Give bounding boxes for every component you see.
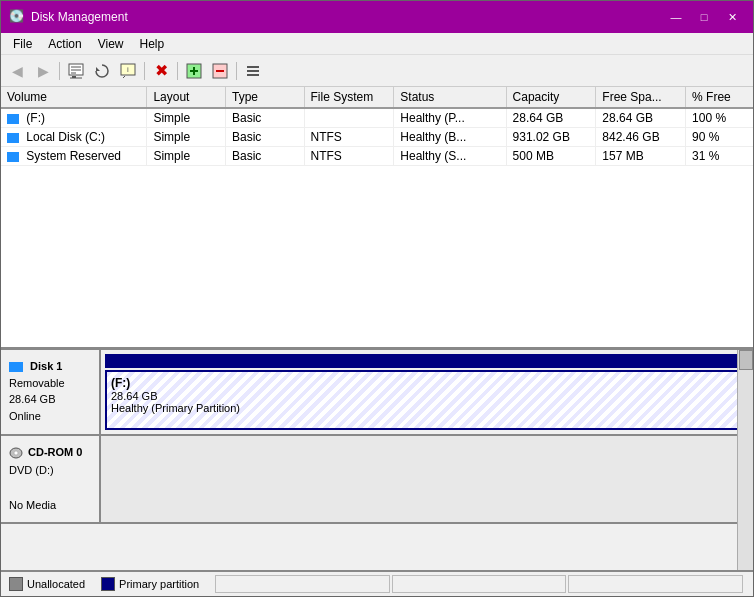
- cdrom-name: CD-ROM 0: [9, 444, 91, 462]
- minimize-button[interactable]: —: [663, 7, 689, 27]
- partition-body[interactable]: (F:) 28.64 GB Healthy (Primary Partition…: [105, 370, 749, 430]
- back-button[interactable]: ◀: [5, 59, 29, 83]
- table-row[interactable]: System Reserved Simple Basic NTFS Health…: [1, 147, 753, 166]
- help-button[interactable]: i: [116, 59, 140, 83]
- svg-marker-6: [96, 67, 100, 71]
- disk-label-icon: [9, 362, 23, 372]
- svg-rect-16: [247, 70, 259, 72]
- cdrom-icon: [9, 447, 23, 459]
- cell-status: Healthy (P...: [394, 108, 506, 128]
- col-volume[interactable]: Volume: [1, 87, 147, 108]
- options-icon: [245, 63, 261, 79]
- cell-type: Basic: [225, 147, 304, 166]
- refresh-button[interactable]: [90, 59, 114, 83]
- main-content: Volume Layout Type File System Status Ca…: [1, 87, 753, 596]
- col-freespace[interactable]: Free Spa...: [596, 87, 686, 108]
- disk-visual-area[interactable]: Disk 1 Removable 28.64 GB Online (F:) 28…: [1, 350, 753, 570]
- partition-header-bar: [105, 354, 749, 368]
- toolbar-sep-1: [59, 62, 60, 80]
- legend-unallocated: Unallocated: [9, 577, 85, 591]
- col-filesystem[interactable]: File System: [304, 87, 394, 108]
- cell-pctfree: 90 %: [686, 128, 753, 147]
- window-controls: — □ ✕: [663, 7, 745, 27]
- window-title: Disk Management: [31, 10, 663, 24]
- options-button[interactable]: [241, 59, 265, 83]
- delete-button[interactable]: ✖: [149, 59, 173, 83]
- cell-pctfree: 100 %: [686, 108, 753, 128]
- add-button[interactable]: [182, 59, 206, 83]
- col-pctfree[interactable]: % Free: [686, 87, 753, 108]
- cell-capacity: 28.64 GB: [506, 108, 596, 128]
- menu-action[interactable]: Action: [40, 35, 89, 52]
- svg-rect-17: [247, 74, 259, 76]
- cell-type: Basic: [225, 108, 304, 128]
- col-status[interactable]: Status: [394, 87, 506, 108]
- cdrom-drive: DVD (D:): [9, 462, 91, 480]
- cdrom-label: CD-ROM 0 DVD (D:) No Media: [1, 436, 101, 522]
- col-capacity[interactable]: Capacity: [506, 87, 596, 108]
- primary-partition-label: Primary partition: [119, 578, 199, 590]
- scrollbar-thumb[interactable]: [739, 350, 753, 370]
- menu-bar: File Action View Help: [1, 33, 753, 55]
- remove-button[interactable]: [208, 59, 232, 83]
- disk-1-type: Removable: [9, 375, 91, 392]
- cell-pctfree: 31 %: [686, 147, 753, 166]
- table-row[interactable]: Local Disk (C:) Simple Basic NTFS Health…: [1, 128, 753, 147]
- unallocated-icon: [9, 577, 23, 591]
- disk-1-status: Online: [9, 408, 91, 425]
- col-layout[interactable]: Layout: [147, 87, 226, 108]
- cdrom-content-area: [101, 436, 753, 522]
- maximize-button[interactable]: □: [691, 7, 717, 27]
- cell-status: Healthy (B...: [394, 128, 506, 147]
- col-type[interactable]: Type: [225, 87, 304, 108]
- cell-freespace: 28.64 GB: [596, 108, 686, 128]
- status-cell-2: [392, 575, 567, 593]
- unallocated-label: Unallocated: [27, 578, 85, 590]
- status-bar: Unallocated Primary partition: [1, 570, 753, 596]
- disk-1-row: Disk 1 Removable 28.64 GB Online (F:) 28…: [1, 350, 753, 436]
- disk-1-label: Disk 1 Removable 28.64 GB Online: [1, 350, 101, 434]
- disk-table: Volume Layout Type File System Status Ca…: [1, 87, 753, 166]
- disk-table-area[interactable]: Volume Layout Type File System Status Ca…: [1, 87, 753, 350]
- help-icon: i: [120, 63, 136, 79]
- svg-line-9: [123, 76, 125, 78]
- cell-filesystem: NTFS: [304, 147, 394, 166]
- volume-icon: [7, 114, 19, 124]
- cell-freespace: 157 MB: [596, 147, 686, 166]
- partition-name: (F:): [111, 376, 743, 390]
- partition-size: 28.64 GB: [111, 390, 743, 402]
- disk-1-partitions: (F:) 28.64 GB Healthy (Primary Partition…: [101, 350, 753, 434]
- cell-filesystem: [304, 108, 394, 128]
- cell-capacity: 931.02 GB: [506, 128, 596, 147]
- menu-help[interactable]: Help: [132, 35, 173, 52]
- cdrom-empty: [9, 479, 91, 497]
- disk-1-size: 28.64 GB: [9, 391, 91, 408]
- toolbar-sep-3: [177, 62, 178, 80]
- remove-icon: [212, 63, 228, 79]
- toolbar-sep-4: [236, 62, 237, 80]
- cell-volume: (F:): [1, 108, 147, 128]
- app-icon: 💽: [9, 9, 25, 25]
- toolbar-sep-2: [144, 62, 145, 80]
- cell-type: Basic: [225, 128, 304, 147]
- close-button[interactable]: ✕: [719, 7, 745, 27]
- cell-layout: Simple: [147, 128, 226, 147]
- forward-button[interactable]: ▶: [31, 59, 55, 83]
- properties-icon: [68, 63, 84, 79]
- cell-layout: Simple: [147, 108, 226, 128]
- cell-volume: Local Disk (C:): [1, 128, 147, 147]
- status-cells: [215, 575, 745, 593]
- cell-freespace: 842.46 GB: [596, 128, 686, 147]
- svg-rect-15: [247, 66, 259, 68]
- table-row[interactable]: (F:) Simple Basic Healthy (P... 28.64 GB…: [1, 108, 753, 128]
- disk-area-scrollbar[interactable]: [737, 350, 753, 570]
- properties-button[interactable]: [64, 59, 88, 83]
- menu-view[interactable]: View: [90, 35, 132, 52]
- cdrom-media-status: No Media: [9, 497, 91, 515]
- disk-1-name: Disk 1: [9, 358, 91, 375]
- cell-filesystem: NTFS: [304, 128, 394, 147]
- menu-file[interactable]: File: [5, 35, 40, 52]
- volume-icon: [7, 133, 19, 143]
- table-header-row: Volume Layout Type File System Status Ca…: [1, 87, 753, 108]
- partition-status: Healthy (Primary Partition): [111, 402, 743, 414]
